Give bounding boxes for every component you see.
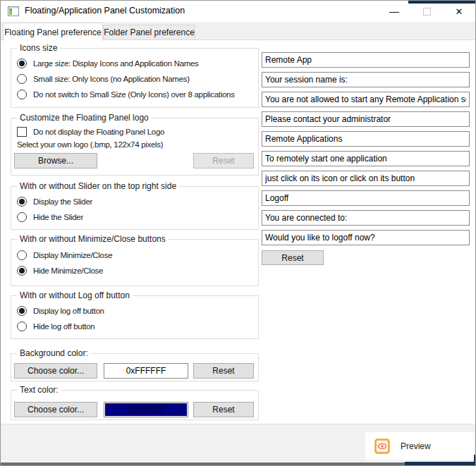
browse-button[interactable]: Browse... (14, 153, 97, 168)
radio-display-logoff[interactable]: Display log off button (17, 305, 104, 317)
background-window-edge (405, 462, 476, 466)
radio-icon (17, 59, 27, 68)
background-color-value[interactable]: 0xFFFFFF (104, 363, 188, 379)
maximize-icon (423, 8, 431, 16)
group-title: With or without Slider on the top right … (17, 181, 179, 191)
radio-hide-minclose[interactable]: Hide Minimize/Close (17, 265, 103, 276)
radio-no-switch-small[interactable]: Do not switch to Small Size (Only Icons)… (17, 89, 235, 100)
radio-icon (17, 197, 27, 207)
radio-display-slider[interactable]: Display the Slider (17, 196, 92, 207)
background-window-edge (1, 462, 405, 465)
radio-icon (17, 250, 27, 260)
tab-bar: Floating Panel preference Folder Panel p… (1, 22, 475, 40)
close-button[interactable]: ✕ (443, 1, 475, 22)
messages-reset-button[interactable]: Reset (262, 250, 324, 265)
preview-label: Preview (401, 441, 431, 451)
radio-label: Do not switch to Small Size (Only Icons)… (33, 90, 235, 99)
message-input-8[interactable] (262, 190, 470, 206)
title-bar: Floating/Application Panel Customization… (1, 1, 475, 22)
checkbox-icon (17, 127, 27, 137)
message-input-1[interactable] (262, 52, 470, 68)
group-title: Customize the Floating Panel logo (17, 113, 152, 123)
group-title: With or without Log off button (17, 290, 133, 300)
checkbox-no-logo[interactable]: Do not display the Floating Panel Logo (17, 126, 164, 137)
minimize-button[interactable]: — (378, 1, 410, 22)
text-color-value[interactable]: 0x000080 (104, 402, 188, 417)
radio-hide-logoff[interactable]: Hide log off button (17, 321, 94, 332)
maximize-button[interactable] (410, 1, 443, 22)
group-title: With or without Minimize/Close buttons (17, 234, 169, 244)
group-slider: With or without Slider on the top right … (11, 186, 259, 230)
radio-label: Large size: Display Icons and Applicatio… (33, 59, 199, 68)
preview-button[interactable]: Preview (365, 432, 474, 460)
tab-folder-panel-preference[interactable]: Folder Panel preference (103, 25, 195, 40)
preview-eye-icon (374, 439, 390, 454)
message-input-5[interactable] (262, 131, 470, 147)
group-icons-size: Icons size Large size: Display Icons and… (11, 48, 259, 108)
radio-small-size[interactable]: Small size: Only Icons (no Application N… (17, 73, 190, 85)
message-input-3[interactable] (262, 92, 470, 107)
window-title: Floating/Application Panel Customization (25, 6, 185, 16)
group-title: Background color: (17, 348, 91, 358)
radio-icon (17, 74, 27, 84)
radio-hide-slider[interactable]: Hide the Slider (17, 211, 83, 223)
group-log-off: With or without Log off button Display l… (11, 295, 259, 339)
radio-icon (17, 90, 27, 99)
radio-label: Display the Slider (33, 197, 92, 206)
radio-icon (17, 212, 27, 222)
group-logo: Customize the Floating Panel logo Do not… (11, 118, 259, 176)
group-title: Icons size (17, 43, 60, 53)
choose-background-color-button[interactable]: Choose color... (14, 363, 97, 379)
checkbox-label: Do not display the Floating Panel Logo (33, 128, 164, 136)
logo-reset-button[interactable]: Reset (193, 153, 254, 168)
tab-floating-panel-preference[interactable]: Floating Panel preference (3, 23, 103, 41)
radio-display-minclose[interactable]: Display Minimize/Close (17, 250, 112, 261)
radio-label: Hide Minimize/Close (33, 266, 103, 275)
message-input-2[interactable] (262, 72, 470, 87)
radio-label: Hide the Slider (33, 213, 83, 221)
message-input-4[interactable] (262, 111, 470, 127)
radio-icon (17, 266, 27, 276)
app-icon (8, 6, 19, 17)
radio-large-size[interactable]: Large size: Display Icons and Applicatio… (17, 58, 199, 69)
group-background-color: Background color: Choose color... 0xFFFF… (11, 353, 259, 381)
radio-label: Display log off button (33, 307, 104, 315)
group-text-color: Text color: Choose color... 0x000080 Res… (11, 390, 259, 420)
message-input-9[interactable] (262, 210, 470, 226)
logo-hint: Select your own logo (.bmp, 122x74 pixel… (17, 140, 163, 149)
message-input-10[interactable] (262, 230, 470, 245)
radio-icon (17, 306, 27, 316)
text-color-reset-button[interactable]: Reset (193, 402, 254, 417)
radio-icon (17, 321, 27, 331)
radio-label: Hide log off button (33, 322, 94, 331)
choose-text-color-button[interactable]: Choose color... (14, 402, 97, 417)
dialog-window: Floating/Application Panel Customization… (0, 0, 476, 466)
group-title: Text color: (17, 385, 61, 395)
message-input-7[interactable] (262, 171, 470, 186)
radio-label: Small size: Only Icons (no Application N… (33, 75, 190, 83)
group-min-close: With or without Minimize/Close buttons D… (11, 239, 259, 286)
background-window-edge (408, 1, 476, 4)
footer-bar: Preview (1, 424, 475, 462)
radio-label: Display Minimize/Close (33, 251, 112, 259)
message-input-6[interactable] (262, 151, 470, 166)
background-color-reset-button[interactable]: Reset (193, 363, 254, 379)
